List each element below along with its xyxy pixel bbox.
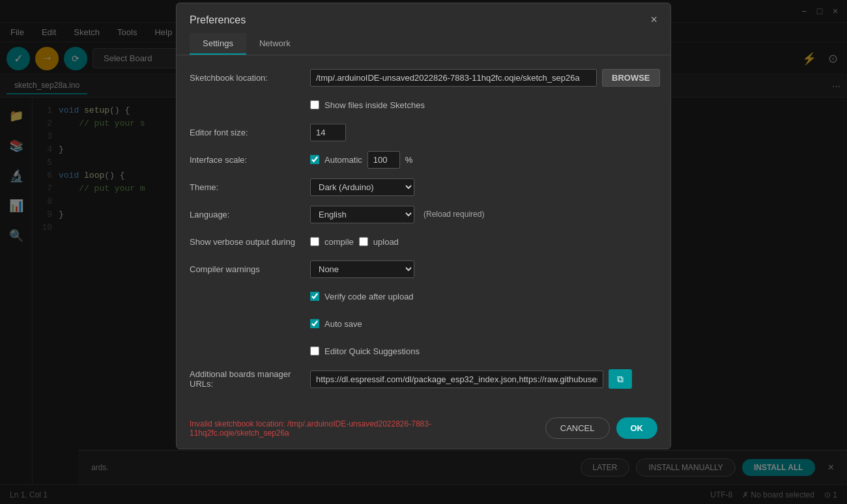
automatic-label[interactable]: Automatic [324, 155, 362, 165]
dialog-content: Sketchbook location: BROWSE Show files i… [177, 55, 670, 411]
additional-urls-row: Additional boards manager URLs: ⧉ [190, 369, 657, 389]
error-message: Invalid sketchbook location: /tmp/.ardui… [190, 419, 515, 438]
ok-button[interactable]: OK [616, 417, 658, 439]
compiler-warnings-label: Compiler warnings [190, 264, 310, 274]
language-row: Language: English Deutsch Español (Reloa… [190, 205, 657, 223]
modal-overlay: Preferences × Settings Network Sketchboo… [0, 0, 847, 504]
compiler-warnings-control: None Default More All [310, 260, 657, 278]
reload-note: (Reload required) [424, 210, 484, 219]
quick-suggestions-row: Editor Quick Suggestions [190, 342, 657, 360]
url-copy-button[interactable]: ⧉ [609, 369, 632, 389]
preferences-dialog: Preferences × Settings Network Sketchboo… [176, 3, 671, 449]
theme-label: Theme: [190, 182, 310, 192]
upload-checkbox[interactable] [359, 237, 368, 246]
footer-buttons: CANCEL OK [545, 417, 657, 439]
show-files-checkbox[interactable] [310, 100, 319, 109]
font-size-control [310, 124, 657, 141]
upload-label[interactable]: upload [373, 237, 399, 247]
dialog-footer: Invalid sketchbook location: /tmp/.ardui… [177, 411, 670, 449]
additional-urls-control: ⧉ [310, 369, 657, 389]
dialog-tabs: Settings Network [177, 33, 670, 55]
font-size-row: Editor font size: [190, 123, 657, 141]
autosave-label[interactable]: Auto save [324, 319, 362, 329]
font-size-label: Editor font size: [190, 128, 310, 137]
automatic-checkbox[interactable] [310, 155, 319, 164]
autosave-row: Auto save [190, 315, 657, 333]
tab-network[interactable]: Network [246, 33, 304, 55]
verify-control: Verify code after upload [310, 292, 657, 301]
dialog-title: Preferences [190, 14, 246, 26]
verbose-control: compile upload [310, 237, 657, 247]
quick-suggestions-label[interactable]: Editor Quick Suggestions [324, 346, 420, 356]
warnings-select[interactable]: None Default More All [310, 260, 414, 278]
interface-scale-label: Interface scale: [190, 155, 310, 165]
browse-button[interactable]: BROWSE [602, 69, 660, 87]
additional-urls-input[interactable] [310, 371, 603, 388]
font-size-input[interactable] [310, 124, 346, 141]
sketchbook-input[interactable] [310, 69, 597, 87]
sketchbook-label: Sketchbook location: [190, 73, 310, 83]
verify-row: Verify code after upload [190, 287, 657, 305]
sketchbook-row: Sketchbook location: BROWSE [190, 68, 657, 87]
show-files-label[interactable]: Show files inside Sketches [324, 100, 425, 110]
interface-scale-control: Automatic % [310, 151, 657, 169]
cancel-button[interactable]: CANCEL [545, 417, 610, 439]
autosave-checkbox[interactable] [310, 319, 319, 328]
verbose-row: Show verbose output during compile uploa… [190, 232, 657, 251]
sketchbook-control: BROWSE [310, 69, 660, 87]
theme-control: Dark (Arduino) Light (Arduino) [310, 178, 657, 196]
tab-settings[interactable]: Settings [190, 33, 246, 55]
quick-suggestions-checkbox[interactable] [310, 346, 319, 356]
language-label: Language: [190, 210, 310, 219]
verbose-label: Show verbose output during [190, 237, 310, 247]
show-files-control: Show files inside Sketches [310, 100, 657, 110]
interface-scale-row: Interface scale: Automatic % [190, 150, 657, 169]
verify-checkbox[interactable] [310, 292, 319, 301]
compile-label[interactable]: compile [324, 237, 354, 247]
compiler-warnings-row: Compiler warnings None Default More All [190, 260, 657, 278]
additional-urls-label: Additional boards manager URLs: [190, 369, 310, 389]
scale-value-input[interactable] [367, 151, 400, 169]
language-control: English Deutsch Español (Reload required… [310, 206, 657, 223]
dialog-header: Preferences × [177, 3, 670, 33]
quick-suggestions-control: Editor Quick Suggestions [310, 346, 657, 356]
show-files-row: Show files inside Sketches [190, 96, 657, 114]
language-select[interactable]: English Deutsch Español [310, 206, 414, 223]
dialog-close-button[interactable]: × [650, 13, 657, 27]
theme-select[interactable]: Dark (Arduino) Light (Arduino) [310, 178, 414, 196]
autosave-control: Auto save [310, 319, 657, 329]
verify-label[interactable]: Verify code after upload [324, 292, 414, 301]
compile-checkbox[interactable] [310, 237, 319, 246]
theme-row: Theme: Dark (Arduino) Light (Arduino) [190, 178, 657, 196]
scale-unit: % [405, 155, 413, 165]
